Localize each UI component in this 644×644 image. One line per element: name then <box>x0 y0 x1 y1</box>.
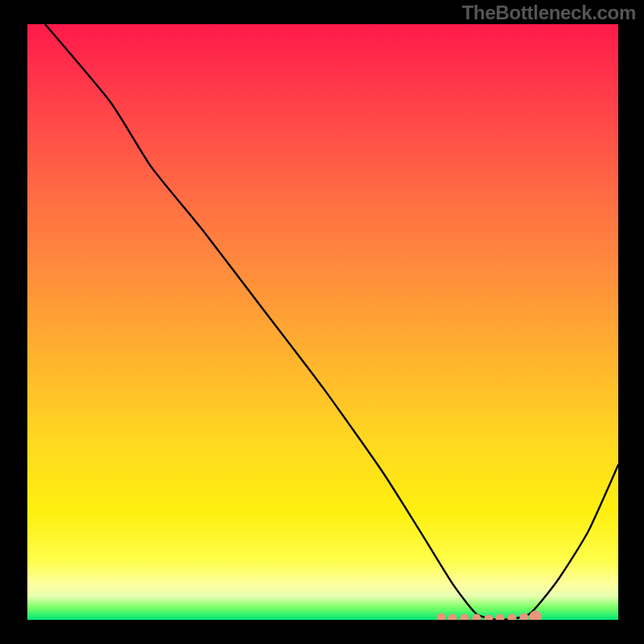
optimum-points-cluster <box>27 24 618 620</box>
plot-area <box>27 24 618 620</box>
optimum-point <box>448 613 457 620</box>
chart-container: TheBottleneck.com <box>0 0 644 644</box>
optimum-point <box>472 614 481 620</box>
optimum-point <box>519 613 528 620</box>
optimum-point <box>460 614 469 620</box>
optimum-point <box>530 611 542 620</box>
watermark-text: TheBottleneck.com <box>462 2 636 24</box>
optimum-point <box>436 613 445 620</box>
optimum-point <box>496 614 505 620</box>
optimum-point <box>507 613 516 620</box>
optimum-point <box>484 614 493 620</box>
